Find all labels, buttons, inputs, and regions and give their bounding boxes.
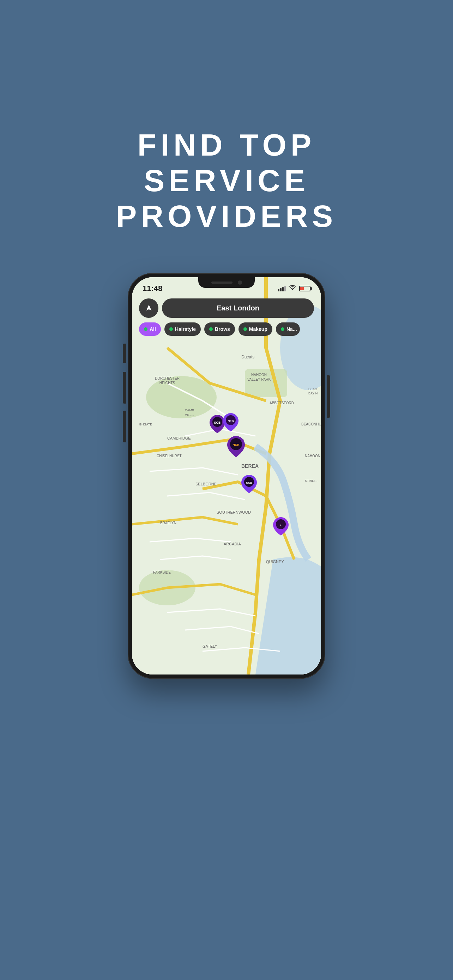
filter-chips: All Hairstyle Brows Makeup — [139, 323, 321, 336]
svg-text:SELBORNE: SELBORNE — [196, 482, 217, 486]
filter-chip-hairstyle[interactable]: Hairstyle — [164, 323, 201, 336]
speaker-grille — [211, 282, 232, 284]
svg-text:NAHOON: NAHOON — [305, 454, 320, 458]
chip-label: Brows — [215, 326, 230, 332]
filter-chip-brows[interactable]: Brows — [204, 323, 235, 336]
svg-text:BEAC: BEAC — [308, 387, 317, 391]
svg-text:ABBOTSFORD: ABBOTSFORD — [270, 401, 294, 405]
svg-text:BEACONHURST: BEACONHURST — [301, 422, 321, 426]
navigation-icon — [145, 304, 153, 312]
svg-text:PARKSIDE: PARKSIDE — [153, 570, 171, 574]
phone-frame: Ducats DORCHESTER HEIGHTS NAHOON VALLEY … — [128, 273, 325, 679]
svg-text:CHISELHURST: CHISELHURST — [157, 454, 182, 458]
svg-text:Ducats: Ducats — [241, 355, 254, 360]
map-area[interactable]: Ducats DORCHESTER HEIGHTS NAHOON VALLEY … — [132, 277, 321, 675]
status-time: 11:48 — [143, 284, 162, 293]
svg-text:SCB: SCB — [214, 421, 221, 425]
svg-text:NAHOON: NAHOON — [251, 373, 267, 377]
search-location-pill[interactable]: East London — [162, 298, 314, 318]
chip-dot — [169, 328, 173, 331]
volume-up-button — [123, 372, 126, 404]
power-button — [327, 375, 330, 418]
svg-text:SCB: SCB — [246, 481, 252, 484]
status-icons — [278, 285, 310, 293]
svg-point-2 — [146, 376, 217, 418]
svg-text:CAMB...: CAMB... — [185, 409, 197, 412]
svg-text:HEIGHTS: HEIGHTS — [159, 381, 175, 385]
svg-text:♦: ♦ — [280, 523, 281, 527]
filter-chip-all[interactable]: All — [139, 323, 161, 336]
svg-text:NCB: NCB — [232, 443, 240, 447]
filter-chip-nails[interactable]: Na... — [276, 323, 300, 336]
phone-screen: Ducats DORCHESTER HEIGHTS NAHOON VALLEY … — [132, 277, 321, 675]
battery-icon — [299, 286, 310, 291]
map-svg: Ducats DORCHESTER HEIGHTS NAHOON VALLEY … — [132, 277, 321, 675]
svg-text:BAY N: BAY N — [308, 391, 318, 395]
chip-dot — [144, 328, 148, 331]
location-button[interactable] — [139, 298, 158, 318]
svg-text:STIRLI...: STIRLI... — [305, 479, 318, 483]
svg-text:BRAELYN: BRAELYN — [160, 521, 176, 525]
filter-chip-makeup[interactable]: Makeup — [238, 323, 272, 336]
svg-text:VALLEY PARK: VALLEY PARK — [247, 377, 270, 381]
svg-text:GATELY: GATELY — [202, 644, 217, 648]
chip-label: Hairstyle — [175, 326, 196, 332]
wifi-icon — [289, 285, 296, 293]
svg-text:GHGATE: GHGATE — [139, 423, 152, 426]
map-pin-5[interactable]: ♦ — [273, 517, 289, 537]
chip-label: Na... — [286, 326, 297, 332]
svg-text:SOUTHERNWOOD: SOUTHERNWOOD — [217, 510, 251, 514]
svg-text:QUIGNEY: QUIGNEY — [266, 560, 284, 564]
svg-text:CAMBRIDGE: CAMBRIDGE — [167, 436, 191, 440]
hero-title: FIND TOP SERVICE PROVIDERS — [116, 127, 337, 234]
svg-text:ARCADIA: ARCADIA — [224, 542, 241, 546]
svg-text:BEREA: BEREA — [241, 463, 259, 469]
chip-label: Makeup — [249, 326, 267, 332]
signal-icon — [278, 286, 286, 291]
chip-label: All — [149, 326, 156, 332]
map-pin-3[interactable]: NCB — [227, 436, 245, 458]
front-camera — [238, 280, 242, 285]
map-pin-2[interactable]: NEB — [223, 413, 238, 433]
map-pin-4[interactable]: SCB — [241, 475, 257, 495]
svg-text:NEB: NEB — [228, 420, 234, 423]
chip-dot — [209, 328, 213, 331]
chip-dot — [281, 328, 285, 331]
volume-silent-button — [123, 344, 126, 363]
location-text: East London — [217, 304, 259, 312]
chip-dot — [243, 328, 247, 331]
phone-mockup: Ducats DORCHESTER HEIGHTS NAHOON VALLEY … — [128, 273, 325, 679]
phone-notch — [198, 277, 255, 288]
svg-text:VILL...: VILL... — [185, 413, 194, 417]
search-bar-container: East London — [139, 298, 314, 318]
svg-text:DORCHESTER: DORCHESTER — [155, 376, 180, 380]
volume-down-button — [123, 410, 126, 442]
hero-section: FIND TOP SERVICE PROVIDERS — [95, 64, 358, 234]
